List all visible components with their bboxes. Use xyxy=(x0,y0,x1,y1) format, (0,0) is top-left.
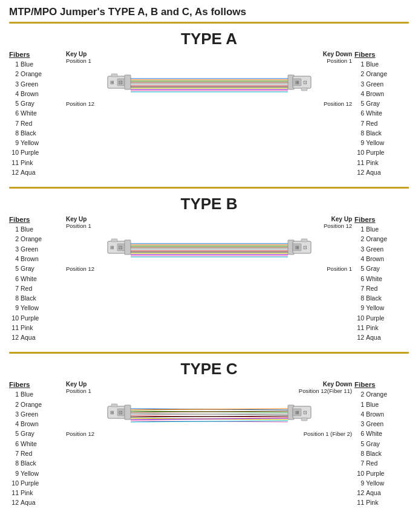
fiber-name: Red xyxy=(366,458,377,468)
fiber-name: Gray xyxy=(366,99,380,108)
type-a-key-left: Key Up xyxy=(66,51,87,57)
fiber-num: 2 xyxy=(354,234,364,244)
svg-text:⊡: ⊡ xyxy=(303,410,307,415)
fiber-name: Aqua xyxy=(366,488,381,498)
fiber-name: Black xyxy=(366,449,382,458)
fiber-num: 5 xyxy=(9,429,19,438)
type-c-title: TYPE C xyxy=(9,360,409,378)
svg-rect-27 xyxy=(125,240,131,255)
type-c-diagram: Fibers 1Blue2Orange3Green4Brown5Gray6Whi… xyxy=(9,381,409,512)
fiber-name: Brown xyxy=(366,254,384,264)
svg-text:⊞: ⊞ xyxy=(110,410,114,415)
fiber-num: 9 xyxy=(9,303,19,313)
fiber-num: 8 xyxy=(9,128,19,138)
svg-text:⊞: ⊞ xyxy=(295,245,299,250)
fiber-name: Gray xyxy=(21,429,34,438)
fiber-name: Pink xyxy=(21,488,33,498)
fiber-num: 7 xyxy=(9,118,19,128)
fiber-name: White xyxy=(366,274,382,284)
type-b-right-fibers: Fibers 1Blue2Orange3Green4Brown5Gray6Whi… xyxy=(354,216,409,342)
fiber-num: 7 xyxy=(354,458,364,468)
fiber-num: 9 xyxy=(354,478,364,488)
fiber-row: 3Green xyxy=(9,244,64,254)
svg-rect-26 xyxy=(111,239,117,242)
type-a-cable-center: Key Up Key Down Position 1 Position 1 ⊞ xyxy=(64,51,354,107)
type-c-connector: ⊞ ⊡ xyxy=(66,397,352,428)
type-b-title: TYPE B xyxy=(9,195,409,213)
fiber-name: White xyxy=(21,274,37,284)
fiber-num: 3 xyxy=(9,409,19,419)
fiber-row: 6White xyxy=(9,274,64,284)
fiber-row: 2Orange xyxy=(9,234,64,244)
fiber-row: 3Green xyxy=(354,79,409,89)
fiber-row: 7Red xyxy=(9,284,64,293)
fiber-row: 8Black xyxy=(9,293,64,303)
fiber-num: 10 xyxy=(354,148,364,157)
fibers-header-left-a: Fibers xyxy=(9,51,64,58)
fiber-num: 9 xyxy=(354,138,364,148)
fiber-row: 5Gray xyxy=(354,264,409,273)
type-b-connector: ⊞ ⊡ xyxy=(66,232,352,263)
fiber-row: 9Yellow xyxy=(9,469,64,478)
fiber-row: 3Green xyxy=(354,419,409,429)
fiber-num: 12 xyxy=(9,167,19,177)
fiber-name: Black xyxy=(21,458,36,468)
fiber-num: 6 xyxy=(354,274,364,284)
fiber-row: 11Pink xyxy=(9,488,64,498)
fiber-num: 1 xyxy=(9,224,19,234)
type-a-left-fibers: Fibers 1Blue2Orange3Green4Brown5Gray6Whi… xyxy=(9,51,64,177)
fiber-num: 6 xyxy=(9,439,19,449)
fiber-row: 4Brown xyxy=(354,409,409,419)
fiber-num: 7 xyxy=(354,118,364,128)
fiber-row: 6White xyxy=(354,274,409,284)
fiber-name: Aqua xyxy=(21,498,36,507)
svg-rect-45 xyxy=(301,239,307,242)
fiber-num: 3 xyxy=(354,79,364,89)
fiber-name: Purple xyxy=(366,148,384,157)
fiber-row: 12Aqua xyxy=(9,332,64,342)
fiber-num: 3 xyxy=(9,244,19,254)
fiber-row: 5Gray xyxy=(9,99,64,108)
fiber-row: 5Gray xyxy=(9,264,64,273)
fiber-name: Green xyxy=(21,409,38,419)
fiber-num: 11 xyxy=(9,323,19,332)
type-b-pos-bottom: Position 12 Position 1 xyxy=(66,265,352,272)
fiber-name: Purple xyxy=(366,313,384,323)
fiber-name: Blue xyxy=(21,389,33,399)
type-b-cable-center: Key Up Key Up Position 1 Position 12 ⊞ ⊡ xyxy=(64,216,354,272)
fiber-num: 1 xyxy=(354,400,364,409)
type-a-title: TYPE A xyxy=(9,30,409,48)
fiber-row: 9Yellow xyxy=(354,478,409,488)
fibers-header-right-a: Fibers xyxy=(354,51,409,58)
fiber-num: 7 xyxy=(9,449,19,458)
fiber-name: Orange xyxy=(21,400,42,409)
fiber-name: Orange xyxy=(21,234,42,244)
fiber-row: 9Yellow xyxy=(354,303,409,313)
fiber-name: Pink xyxy=(21,158,33,167)
fiber-num: 2 xyxy=(354,69,364,79)
fiber-name: Black xyxy=(366,128,382,138)
fiber-row: 9Yellow xyxy=(9,138,64,148)
fiber-num: 1 xyxy=(354,59,364,69)
fiber-row: 11Pink xyxy=(354,323,409,332)
fiber-row: 6White xyxy=(9,108,64,118)
type-b-left-fibers: Fibers 1Blue2Orange3Green4Brown5Gray6Whi… xyxy=(9,216,64,342)
type-a-connector: ⊞ ⊡ xyxy=(66,66,352,98)
fiber-row: 7Red xyxy=(354,118,409,128)
fiber-name: Blue xyxy=(366,400,379,409)
fiber-name: Blue xyxy=(21,59,33,69)
fiber-num: 8 xyxy=(354,449,364,458)
type-a-pos1-left: Position 1 xyxy=(66,57,91,64)
fiber-row: 5Gray xyxy=(354,439,409,449)
type-a-pos12-left: Position 12 xyxy=(66,100,94,107)
type-c-cable-svg: ⊞ ⊡ xyxy=(106,397,312,428)
fiber-row: 6White xyxy=(354,429,409,438)
section-type-a: TYPE A Fibers 1Blue2Orange3Green4Brown5G… xyxy=(9,30,409,182)
type-c-key-right: Key Down xyxy=(323,381,352,388)
fiber-num: 9 xyxy=(9,138,19,148)
type-c-left-fibers: Fibers 1Blue2Orange3Green4Brown5Gray6Whi… xyxy=(9,381,64,507)
fiber-row: 12Aqua xyxy=(354,488,409,498)
fibers-header-left-b: Fibers xyxy=(9,216,64,223)
fiber-row: 8Black xyxy=(9,458,64,468)
fiber-num: 12 xyxy=(354,332,364,342)
